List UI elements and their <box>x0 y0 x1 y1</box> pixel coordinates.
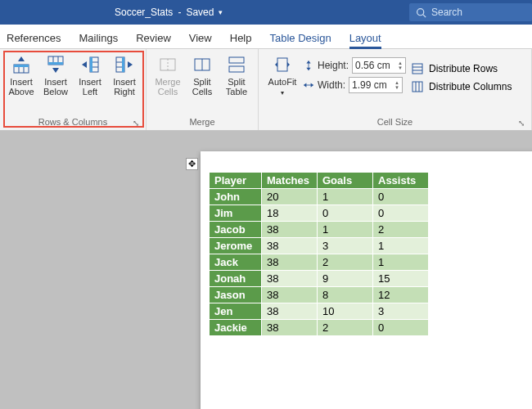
table-header[interactable]: Matches <box>262 173 318 189</box>
insert-below-button[interactable]: Insert Below <box>39 52 72 97</box>
save-status: Saved <box>186 7 214 18</box>
svg-line-1 <box>423 14 426 16</box>
table-cell[interactable]: 12 <box>373 287 429 303</box>
document-page[interactable]: ✥ PlayerMatchesGoalsAssists John2010Jim1… <box>201 151 532 409</box>
group-label-merge: Merge <box>151 117 253 128</box>
distribute-rows-icon <box>411 62 424 75</box>
insert-left-icon <box>79 54 101 75</box>
table-cell[interactable]: 38 <box>262 320 318 336</box>
width-input[interactable]: 1.99 cm ▲▼ <box>349 77 403 93</box>
autofit-icon <box>272 54 293 75</box>
table-header[interactable]: Assists <box>373 173 429 189</box>
table-cell[interactable]: John <box>210 189 262 205</box>
tab-table-design[interactable]: Table Design <box>270 32 331 48</box>
table-cell[interactable]: 38 <box>262 287 318 303</box>
table-cell[interactable]: 0 <box>373 189 429 205</box>
table-row[interactable]: Jonah38915 <box>210 271 429 287</box>
table-cell[interactable]: 10 <box>318 303 373 320</box>
table-cell[interactable]: 1 <box>318 189 373 205</box>
table-header[interactable]: Goals <box>318 173 373 189</box>
dialog-launcher-icon[interactable]: ⤡ <box>133 119 139 128</box>
table-row[interactable]: Jim1800 <box>210 205 429 222</box>
group-label-cell-size: Cell Size ⤡ <box>264 117 526 128</box>
merge-cells-icon <box>157 54 178 75</box>
search-icon <box>416 7 426 18</box>
table-cell[interactable]: 3 <box>373 303 429 320</box>
svg-rect-24 <box>277 58 287 71</box>
autofit-button[interactable]: AutoFit ▾ <box>264 52 301 98</box>
table-cell[interactable]: 9 <box>318 271 373 287</box>
table-cell[interactable]: 38 <box>262 222 318 238</box>
table-cell[interactable]: 2 <box>318 254 373 271</box>
insert-above-button[interactable]: Insert Above <box>5 52 38 97</box>
table-row[interactable]: Jackie3820 <box>210 320 429 336</box>
document-area: ✥ PlayerMatchesGoalsAssists John2010Jim1… <box>0 131 532 409</box>
table-cell[interactable]: 1 <box>373 238 429 254</box>
table-cell[interactable]: Jacob <box>210 222 262 238</box>
tab-references[interactable]: References <box>7 32 61 48</box>
spinner-arrows-icon[interactable]: ▲▼ <box>394 80 399 90</box>
table-cell[interactable]: Jen <box>210 303 262 320</box>
table-cell[interactable]: Jerome <box>210 238 262 254</box>
table-cell[interactable]: 38 <box>262 271 318 287</box>
tab-view[interactable]: View <box>189 32 212 48</box>
tab-help[interactable]: Help <box>230 32 252 48</box>
table-cell[interactable]: 3 <box>318 238 373 254</box>
spinner-arrows-icon[interactable]: ▲▼ <box>398 61 403 70</box>
table-row[interactable]: Jen38103 <box>210 303 429 320</box>
table-cell[interactable]: 38 <box>262 238 318 254</box>
split-table-button[interactable]: Split Table <box>220 52 253 97</box>
height-row: Height: 0.56 cm ▲▼ <box>303 57 406 74</box>
table-cell[interactable]: 2 <box>318 320 373 336</box>
table-cell[interactable]: 2 <box>373 222 429 238</box>
table-cell[interactable]: Jackie <box>210 320 262 336</box>
search-box[interactable] <box>409 3 532 21</box>
insert-right-icon <box>114 54 135 75</box>
table-cell[interactable]: Jason <box>210 287 262 303</box>
table-row[interactable]: Jacob3812 <box>210 222 429 238</box>
table-cell[interactable]: Jonah <box>210 271 262 287</box>
table-cell[interactable]: 0 <box>373 320 429 336</box>
table-header[interactable]: Player <box>210 173 262 189</box>
insert-left-button[interactable]: Insert Left <box>74 52 106 97</box>
distribute-rows-button[interactable]: Distribute Rows <box>411 62 512 75</box>
distribute-columns-button[interactable]: Distribute Columns <box>411 80 512 93</box>
svg-rect-23 <box>229 66 244 72</box>
height-input[interactable]: 0.56 cm ▲▼ <box>352 57 406 74</box>
svg-rect-9 <box>48 62 63 65</box>
table-move-handle[interactable]: ✥ <box>186 158 198 170</box>
table-cell[interactable]: 1 <box>373 254 429 271</box>
table-cell[interactable]: Jack <box>210 254 262 271</box>
table-cell[interactable]: 8 <box>318 287 373 303</box>
table-cell[interactable]: 0 <box>318 205 373 222</box>
svg-rect-22 <box>229 57 244 63</box>
soccer-stats-table[interactable]: PlayerMatchesGoalsAssists John2010Jim180… <box>209 172 429 336</box>
tab-layout[interactable]: Layout <box>349 32 381 49</box>
svg-point-0 <box>417 8 424 15</box>
search-input[interactable] <box>431 7 513 18</box>
table-row[interactable]: Jason38812 <box>210 287 429 303</box>
table-row[interactable]: John2010 <box>210 189 429 205</box>
tab-mailings[interactable]: Mailings <box>79 32 118 48</box>
split-cells-button[interactable]: Split Cells <box>186 52 219 97</box>
chevron-down-icon[interactable]: ▾ <box>219 8 223 16</box>
table-row[interactable]: Jerome3831 <box>210 238 429 254</box>
table-cell[interactable]: 18 <box>262 205 318 222</box>
table-cell[interactable]: 20 <box>262 189 318 205</box>
height-label: Height: <box>318 60 349 71</box>
table-cell[interactable]: 0 <box>373 205 429 222</box>
table-row[interactable]: Jack3821 <box>210 254 429 271</box>
tab-review[interactable]: Review <box>136 32 171 48</box>
window-title: Soccer_Stats - Saved ▾ <box>115 7 223 18</box>
table-cell[interactable]: 38 <box>262 303 318 320</box>
dialog-launcher-icon[interactable]: ⤡ <box>518 119 525 128</box>
distribute-columns-icon <box>411 80 424 93</box>
insert-right-button[interactable]: Insert Right <box>108 52 141 97</box>
table-cell[interactable]: 38 <box>262 254 318 271</box>
split-cells-icon <box>192 54 213 75</box>
chevron-down-icon: ▾ <box>281 88 284 98</box>
table-cell[interactable]: Jim <box>210 205 262 222</box>
svg-rect-18 <box>160 59 175 70</box>
table-cell[interactable]: 15 <box>373 271 429 287</box>
table-cell[interactable]: 1 <box>318 222 373 238</box>
